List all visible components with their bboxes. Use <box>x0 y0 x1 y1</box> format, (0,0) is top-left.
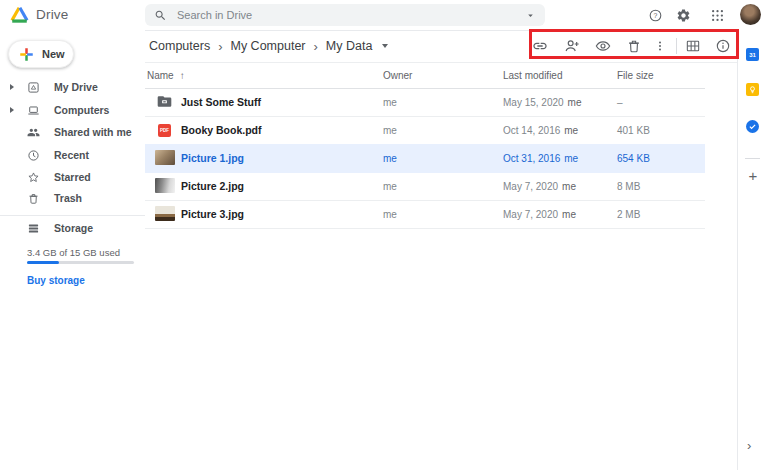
keep-icon[interactable] <box>746 83 759 96</box>
file-owner: me <box>383 125 397 136</box>
image-thumbnail <box>155 206 175 221</box>
get-link-icon[interactable] <box>532 38 548 54</box>
sidebar-item-label: Computers <box>54 104 109 116</box>
sidebar-item-label: Trash <box>54 192 82 204</box>
search-bar[interactable] <box>145 4 545 26</box>
multicolor-plus-icon <box>19 47 34 62</box>
table-row-picture-2[interactable]: Picture 2.jpg me May 7, 2020 me 8 MB <box>145 172 705 201</box>
side-panel-divider <box>745 158 760 159</box>
sidebar-item-storage[interactable]: Storage <box>0 217 145 239</box>
image-thumbnail <box>155 178 175 193</box>
column-header-file-size[interactable]: File size <box>617 62 654 88</box>
image-thumbnail <box>155 150 175 165</box>
expand-arrow-icon[interactable] <box>10 84 14 90</box>
file-modified-by: me <box>568 97 582 108</box>
sidebar-item-shared-with-me[interactable]: Shared with me <box>0 121 145 143</box>
sidebar-item-computers[interactable]: Computers <box>0 99 145 121</box>
file-size: 2 MB <box>617 209 640 220</box>
buy-storage-link[interactable]: Buy storage <box>27 275 85 286</box>
file-modified-date: Oct 31, 2016 <box>503 153 560 164</box>
sidebar-item-recent[interactable]: Recent <box>0 144 145 166</box>
breadcrumb-item-my-computer[interactable]: My Computer <box>230 39 305 53</box>
column-header-name[interactable]: Name ↑ <box>147 62 185 88</box>
add-collaborator-icon[interactable] <box>564 38 580 54</box>
more-actions-icon[interactable] <box>654 38 666 54</box>
expand-arrow-icon[interactable] <box>10 107 14 113</box>
app-name: Drive <box>36 7 69 22</box>
search-options-caret-icon[interactable] <box>525 10 536 21</box>
table-row-picture-1-selected[interactable]: Picture 1.jpg me Oct 31, 2016 me 654 KB <box>145 144 705 173</box>
new-button[interactable]: New <box>8 40 74 68</box>
file-owner: me <box>383 97 397 108</box>
sidebar-item-starred[interactable]: Starred <box>0 166 145 188</box>
table-row-booky-book-pdf[interactable]: PDF Booky Book.pdf me Oct 14, 2016 me 40… <box>145 116 705 145</box>
main-content: Computers › My Computer › My Data <box>145 30 737 470</box>
breadcrumb-toolbar-row: Computers › My Computer › My Data <box>145 30 737 63</box>
table-row-just-some-stuff[interactable]: Just Some Stuff me May 15, 2020 me – <box>145 88 705 117</box>
breadcrumb-item-my-data[interactable]: My Data <box>326 39 373 53</box>
delete-trash-icon[interactable] <box>626 38 642 54</box>
file-modified-date: May 7, 2020 <box>503 209 558 220</box>
file-modified-date: May 15, 2020 <box>503 97 564 108</box>
account-avatar[interactable] <box>740 4 761 25</box>
computer-folder-icon <box>157 95 172 108</box>
file-name: Picture 2.jpg <box>181 180 244 192</box>
file-name: Booky Book.pdf <box>181 124 262 136</box>
breadcrumb-separator-icon: › <box>314 39 318 54</box>
workspace-side-panel: 31 + › <box>737 30 768 470</box>
view-details-info-icon[interactable] <box>715 38 731 54</box>
calendar-icon[interactable]: 31 <box>746 48 759 61</box>
top-app-bar: Drive ? <box>0 0 768 31</box>
file-owner: me <box>383 181 397 192</box>
settings-gear-icon[interactable] <box>676 8 691 23</box>
column-header-owner[interactable]: Owner <box>383 62 412 88</box>
help-icon[interactable]: ? <box>648 8 663 23</box>
file-name: Just Some Stuff <box>181 96 261 108</box>
file-name: Picture 3.jpg <box>181 208 244 220</box>
file-modified-date: May 7, 2020 <box>503 181 558 192</box>
column-header-last-modified[interactable]: Last modified <box>503 62 562 88</box>
search-icon <box>154 9 167 22</box>
google-apps-grid-icon[interactable] <box>710 8 725 23</box>
folder-menu-caret-icon[interactable] <box>382 44 388 48</box>
drive-logo-icon <box>10 6 29 23</box>
google-drive-window: Drive ? <box>0 0 768 470</box>
grid-view-icon[interactable] <box>685 38 701 54</box>
file-owner: me <box>383 209 397 220</box>
search-input[interactable] <box>175 8 525 22</box>
file-size: 401 KB <box>617 125 650 136</box>
file-modified-date: Oct 14, 2016 <box>503 125 560 136</box>
file-size: 8 MB <box>617 181 640 192</box>
pdf-file-icon: PDF <box>158 124 171 137</box>
collapse-panel-chevron-icon[interactable]: › <box>747 438 751 453</box>
computers-icon <box>27 104 40 117</box>
sidebar-divider <box>0 215 145 216</box>
get-add-ons-plus-icon[interactable]: + <box>745 168 761 184</box>
file-size: – <box>617 97 623 108</box>
file-modified-by: me <box>562 181 576 192</box>
file-table-header: Name ↑ Owner Last modified File size <box>145 62 705 89</box>
sidebar-item-label: Starred <box>54 171 91 183</box>
file-owner: me <box>383 153 397 164</box>
file-name: Picture 1.jpg <box>181 152 244 164</box>
file-modified-by: me <box>564 153 578 164</box>
sidebar-item-my-drive[interactable]: My Drive <box>0 76 145 98</box>
recent-clock-icon <box>27 149 40 162</box>
table-row-picture-3[interactable]: Picture 3.jpg me May 7, 2020 me 2 MB <box>145 200 705 229</box>
preview-eye-icon[interactable] <box>595 38 611 54</box>
shared-icon <box>27 126 40 139</box>
star-icon <box>27 171 40 184</box>
my-drive-icon <box>27 81 40 94</box>
sidebar-item-label: Shared with me <box>54 126 132 138</box>
tasks-icon[interactable] <box>746 120 759 133</box>
file-modified-by: me <box>562 209 576 220</box>
drive-logo[interactable]: Drive <box>10 6 69 23</box>
storage-label: Storage <box>54 222 93 234</box>
sort-ascending-icon[interactable]: ↑ <box>180 70 185 81</box>
left-sidebar: New My Drive Computers <box>0 30 145 470</box>
storage-progress-fill <box>27 261 59 264</box>
file-size: 654 KB <box>617 153 650 164</box>
sidebar-item-trash[interactable]: Trash <box>0 187 145 209</box>
storage-progress-bar <box>27 261 134 264</box>
breadcrumb-item-computers[interactable]: Computers <box>149 39 210 53</box>
